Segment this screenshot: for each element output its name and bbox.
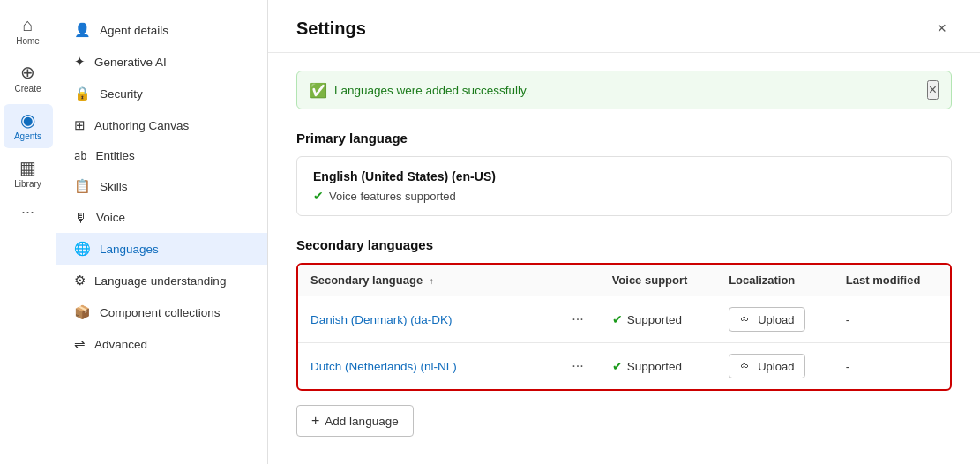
skills-icon: 📋 [74,178,91,194]
success-banner: ✅ Languages were added successfully. × [296,71,952,109]
dutch-supported-icon: ✔ [612,359,623,373]
nav-agents-label: Agents [14,131,41,141]
last-modified-cell-danish: - [834,296,950,343]
voice-supported-label: ✔ Voice features supported [313,189,935,203]
nav-item-create[interactable]: ⊕ Create [4,56,53,101]
upload-icon: ᯅ [740,312,752,326]
sidebar-label-voice: Voice [96,211,125,224]
primary-lang-name: English (United States) (en-US) [313,169,935,183]
lang-cell-dutch: Dutch (Netherlands) (nl-NL) [298,343,556,390]
advanced-icon: ⇌ [74,336,86,352]
table-row: Danish (Denmark) (da-DK) ··· ✔ Supported [298,296,950,343]
sidebar-item-security[interactable]: 🔒 Security [56,78,267,109]
security-icon: 🔒 [74,86,91,101]
sidebar-label-component-collections: Component collections [100,306,221,319]
dutch-supported-label: Supported [627,360,682,373]
sort-arrow-icon: ↑ [430,276,434,286]
sidebar-item-entities[interactable]: ab Entities [56,141,267,170]
voice-icon: 🎙 [74,210,87,225]
sidebar-item-advanced[interactable]: ⇌ Advanced [56,328,267,360]
home-icon: ⌂ [22,16,33,34]
dutch-language-link[interactable]: Dutch (Netherlands) (nl-NL) [310,360,457,373]
localization-cell-dutch: ᯅ Upload [716,343,834,390]
secondary-language-title: Secondary languages [296,237,952,252]
danish-language-link[interactable]: Danish (Denmark) (da-DK) [310,313,453,326]
languages-icon: 🌐 [74,241,91,257]
sidebar: 👤 Agent details ✦ Generative AI 🔒 Securi… [56,0,268,464]
nav-library-label: Library [14,179,41,189]
create-icon: ⊕ [20,64,35,81]
nav-item-agents[interactable]: ◉ Agents [4,104,53,148]
voice-cell-dutch: ✔ Supported [600,343,717,390]
nav-item-home[interactable]: ⌂ Home [4,9,53,53]
danish-voice-badge: ✔ Supported [612,312,705,326]
main-content: Settings × ✅ Languages were added succes… [268,0,980,464]
sidebar-item-agent-details[interactable]: 👤 Agent details [56,14,267,46]
col-header-localization: Localization [716,265,834,296]
generative-ai-icon: ✦ [74,54,86,70]
col-header-dots [556,265,599,296]
dutch-more-button[interactable]: ··· [568,356,587,376]
sidebar-label-entities: Entities [95,149,134,162]
sidebar-item-authoring-canvas[interactable]: ⊞ Authoring Canvas [56,109,267,141]
banner-close-button[interactable]: × [927,80,939,100]
secondary-language-table: Secondary language ↑ Voice support Local… [298,265,950,389]
col-header-last-modified: Last modified [834,265,950,296]
sidebar-item-component-collections[interactable]: 📦 Component collections [56,296,267,328]
authoring-canvas-icon: ⊞ [74,117,86,133]
voice-cell-danish: ✔ Supported [600,296,717,343]
nav-more-button[interactable]: ··· [21,203,34,221]
danish-supported-icon: ✔ [612,312,623,326]
success-check-icon: ✅ [310,82,327,99]
nav-item-library[interactable]: ▦ Library [4,152,53,196]
settings-header: Settings × [268,0,980,53]
primary-language-box: English (United States) (en-US) ✔ Voice … [296,156,952,216]
sidebar-label-security: Security [100,87,143,101]
sidebar-item-language-understanding[interactable]: ⚙ Language understanding [56,265,267,296]
upload-icon-dutch: ᯅ [740,359,752,373]
secondary-language-table-wrapper: Secondary language ↑ Voice support Local… [296,263,952,391]
close-button[interactable]: × [931,16,952,41]
success-message: Languages were added successfully. [334,84,528,97]
language-understanding-icon: ⚙ [74,273,86,288]
add-language-button[interactable]: + Add language [296,405,414,437]
lang-cell-danish: Danish (Denmark) (da-DK) [298,296,556,343]
entities-icon: ab [74,150,86,162]
col-header-voice: Voice support [600,265,717,296]
dutch-upload-label: Upload [758,360,794,373]
sidebar-label-agent-details: Agent details [100,24,168,37]
sidebar-label-advanced: Advanced [94,338,147,351]
success-banner-content: ✅ Languages were added successfully. [310,82,528,99]
danish-more-button[interactable]: ··· [568,310,587,329]
sidebar-label-language-understanding: Language understanding [94,274,226,288]
nav-home-label: Home [16,36,40,46]
sidebar-label-authoring-canvas: Authoring Canvas [94,119,189,132]
sidebar-label-languages: Languages [100,243,159,256]
sidebar-label-generative-ai: Generative AI [94,56,167,69]
nav-create-label: Create [14,84,41,94]
add-language-label: Add language [325,415,398,428]
sidebar-item-languages[interactable]: 🌐 Languages [56,233,267,265]
sidebar-item-generative-ai[interactable]: ✦ Generative AI [56,46,267,78]
voice-check-icon: ✔ [313,189,324,203]
library-icon: ▦ [19,159,36,176]
dots-cell-danish: ··· [556,296,599,343]
danish-upload-button[interactable]: ᯅ Upload [729,307,805,332]
localization-cell-danish: ᯅ Upload [716,296,834,343]
dutch-upload-button[interactable]: ᯅ Upload [729,354,805,378]
sidebar-item-skills[interactable]: 📋 Skills [56,170,267,202]
table-row: Dutch (Netherlands) (nl-NL) ··· ✔ Suppor… [298,343,950,390]
dutch-voice-badge: ✔ Supported [612,359,705,373]
last-modified-cell-dutch: - [834,343,950,390]
agent-details-icon: 👤 [74,22,91,38]
component-collections-icon: 📦 [74,304,91,320]
sidebar-label-skills: Skills [100,180,128,193]
danish-upload-label: Upload [758,313,794,326]
danish-supported-label: Supported [627,313,682,326]
plus-icon: + [311,413,319,429]
sidebar-item-voice[interactable]: 🎙 Voice [56,202,267,233]
dots-cell-dutch: ··· [556,343,599,390]
nav-bar: ⌂ Home ⊕ Create ◉ Agents ▦ Library ··· [0,0,56,464]
primary-language-title: Primary language [296,131,952,146]
content-area: ✅ Languages were added successfully. × P… [268,53,980,454]
